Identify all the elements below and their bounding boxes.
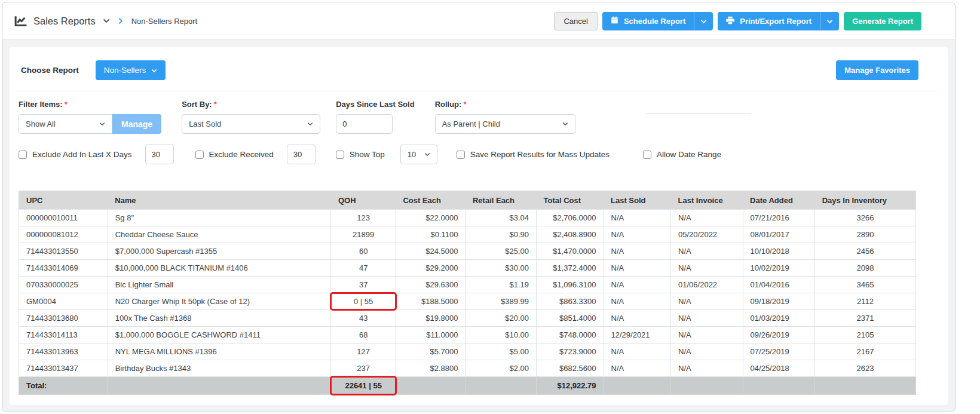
cell-date_added: 10/02/2019 <box>743 260 815 277</box>
chevron-down-icon <box>151 66 157 75</box>
total-empty-cell <box>108 377 331 395</box>
generate-report-button[interactable]: Generate Report <box>844 12 921 30</box>
cell-qoh: 21899 <box>331 226 396 243</box>
cell-date_added: 07/21/2016 <box>743 210 815 226</box>
column-header-last_sold[interactable]: Last Sold <box>604 191 671 210</box>
exclude-add-checkbox[interactable] <box>19 151 27 159</box>
cell-last_invoice: N/A <box>671 210 743 226</box>
cell-total_cost: $1,096.3100 <box>537 277 604 293</box>
schedule-report-dropdown-toggle[interactable] <box>694 12 713 30</box>
date-range-divider <box>646 114 751 114</box>
cell-name: $10,000,000 BLACK TITANIUM #1406 <box>108 260 331 277</box>
cell-last_sold: N/A <box>604 243 671 260</box>
required-asterisk: * <box>65 100 68 109</box>
cell-upc: 000000010011 <box>19 210 108 226</box>
filter-items-value: Show All <box>26 119 56 128</box>
filter-items-label: Filter Items:* <box>19 100 161 109</box>
cancel-button[interactable]: Cancel <box>554 12 597 30</box>
filter-items-group: Filter Items:* Show All Manage <box>19 96 161 134</box>
cell-qoh-highlighted: 0 | 55 <box>331 293 396 310</box>
schedule-report-label: Schedule Report <box>624 17 685 26</box>
cell-retail_each: $5.00 <box>466 344 537 360</box>
rollup-group: Rollup:* As Parent | Child <box>435 96 575 134</box>
column-header-total_cost[interactable]: Total Cost <box>537 191 604 210</box>
breadcrumb-root[interactable]: Sales Reports <box>33 16 96 27</box>
cell-retail_each: $2.00 <box>466 360 537 377</box>
choose-report-label: Choose Report <box>21 66 79 75</box>
cell-date_added: 09/18/2019 <box>743 293 815 310</box>
cell-date_added: 01/04/2016 <box>743 277 815 293</box>
breadcrumb: Sales Reports Non-Sellers Report <box>14 16 197 27</box>
chart-line-icon <box>14 16 27 27</box>
chevron-down-icon <box>424 152 430 157</box>
schedule-report-button[interactable]: Schedule Report <box>602 16 694 26</box>
column-header-cost_each[interactable]: Cost Each <box>396 191 466 210</box>
show-top-checkbox[interactable] <box>336 151 344 159</box>
cell-retail_each: $0.90 <box>466 226 537 243</box>
total-empty-cell <box>743 377 815 395</box>
chevron-down-icon <box>826 17 833 26</box>
chevron-down-icon <box>99 122 105 126</box>
total-cost-value: $12,922.79 <box>537 377 604 395</box>
table-row: 714433013963NYL MEGA MILLIONS #1396127$5… <box>19 344 916 360</box>
exclude-received-label: Exclude Received <box>209 150 274 159</box>
cell-date_added: 09/26/2019 <box>743 327 815 344</box>
cell-cost_each: $29.2000 <box>396 260 466 277</box>
cell-upc: 070330000025 <box>19 277 108 293</box>
print-export-label: Print/Export Report <box>740 17 811 26</box>
sort-by-select[interactable]: Last Sold <box>182 114 320 134</box>
exclude-received-days-input[interactable] <box>287 145 316 164</box>
allow-date-range-option: Allow Date Range <box>643 150 721 159</box>
exclude-received-checkbox[interactable] <box>195 151 204 159</box>
cell-cost_each: $19.8000 <box>396 310 466 327</box>
rollup-label: Rollup:* <box>435 100 575 109</box>
column-header-days_in_inventory[interactable]: Days In Inventory <box>815 191 916 210</box>
cell-qoh: 127 <box>331 344 396 360</box>
manage-favorites-button[interactable]: Manage Favorites <box>836 60 918 80</box>
save-results-checkbox[interactable] <box>457 151 465 159</box>
breadcrumb-current: Non-Sellers Report <box>131 17 198 26</box>
cell-upc: 714433013550 <box>19 243 108 260</box>
filter-items-select[interactable]: Show All <box>19 114 112 134</box>
column-header-upc[interactable]: UPC <box>19 191 108 210</box>
chevron-down-icon <box>700 17 707 26</box>
filter-row: Filter Items:* Show All Manage Sort By:*… <box>19 96 940 134</box>
cell-days_in_inventory: 2371 <box>815 310 916 327</box>
cell-total_cost: $863.3300 <box>537 293 604 310</box>
chevron-down-icon[interactable] <box>103 19 110 23</box>
rollup-select[interactable]: As Parent | Child <box>435 114 575 134</box>
allow-date-range-label: Allow Date Range <box>657 150 721 159</box>
column-header-qoh[interactable]: QOH <box>331 191 396 210</box>
cell-last_sold: 12/29/2021 <box>604 327 671 344</box>
report-type-dropdown[interactable]: Non-Sellers <box>96 60 166 80</box>
manage-filter-button[interactable]: Manage <box>112 114 161 134</box>
table-row: 714433013680100x The Cash #136843$19.800… <box>19 310 916 327</box>
cell-name: N20 Charger Whip It 50pk (Case of 12) <box>108 293 331 310</box>
cell-upc: 714433014113 <box>19 327 108 344</box>
cell-upc: 714433014069 <box>19 260 108 277</box>
sort-by-label: Sort By:* <box>182 100 320 109</box>
column-header-last_invoice[interactable]: Last Invoice <box>671 191 743 210</box>
cell-last_invoice: N/A <box>671 344 743 360</box>
cell-days_in_inventory: 2098 <box>815 260 916 277</box>
cell-total_cost: $723.9000 <box>537 344 604 360</box>
cell-days_in_inventory: 2112 <box>815 293 916 310</box>
print-export-dropdown-toggle[interactable] <box>820 12 839 30</box>
cell-retail_each: $30.00 <box>466 260 537 277</box>
cell-retail_each: $389.99 <box>466 293 537 310</box>
allow-date-range-checkbox[interactable] <box>643 151 651 159</box>
days-since-last-sold-input[interactable] <box>336 114 393 134</box>
cell-days_in_inventory: 2456 <box>815 243 916 260</box>
cell-cost_each: $29.6300 <box>396 277 466 293</box>
cell-total_cost: $748.0000 <box>537 327 604 344</box>
show-top-select[interactable]: 10 <box>400 145 437 164</box>
exclude-add-days-input[interactable] <box>145 145 174 164</box>
column-header-retail_each[interactable]: Retail Each <box>466 191 537 210</box>
print-export-button[interactable]: Print/Export Report <box>718 16 820 26</box>
cell-days_in_inventory: 3465 <box>815 277 916 293</box>
cell-name: Cheddar Cheese Sauce <box>108 226 331 243</box>
column-header-name[interactable]: Name <box>108 191 331 210</box>
save-results-option: Save Report Results for Mass Updates <box>457 150 610 159</box>
chevron-down-icon <box>307 122 313 126</box>
column-header-date_added[interactable]: Date Added <box>743 191 815 210</box>
